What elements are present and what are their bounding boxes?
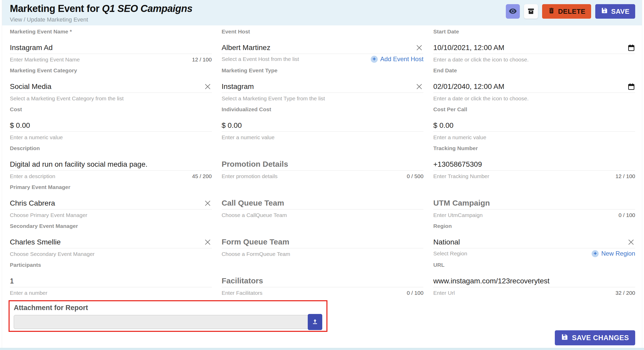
- attachment-file-input[interactable]: [14, 315, 308, 329]
- marketing-event-card: Marketing Event for Q1 SEO Campaigns Vie…: [2, 0, 642, 348]
- field-underline: [222, 54, 424, 54]
- trash-icon: [548, 7, 555, 16]
- field-helper: Select a Marketing Event Type from the l…: [222, 95, 325, 102]
- field-underline: [222, 248, 424, 248]
- field-helper: Select a Marketing Event Category from t…: [10, 95, 124, 102]
- field-marketing-event-name: Marketing Event Name * Instagram Ad Ente…: [10, 25, 212, 64]
- field-end-date: End Date 02/01/2040, 12:00 AM Enter a da…: [433, 64, 635, 103]
- field-label: Start Date: [433, 29, 459, 35]
- promotion-details-input[interactable]: Promotion Details: [222, 160, 288, 169]
- field-helper: Enter Facilitators: [222, 290, 263, 296]
- field-underline: [433, 248, 635, 248]
- individualized-cost-input[interactable]: $ 0.00: [222, 121, 424, 130]
- eye-icon: [509, 7, 517, 16]
- cost-per-call-input[interactable]: $ 0.00: [433, 121, 635, 130]
- field-event-host: Event Host Albert Martinez Select a Even…: [222, 25, 424, 64]
- field-underline: [10, 54, 212, 54]
- secondary-event-manager-input[interactable]: Charles Smellie: [10, 238, 204, 246]
- tracking-number-input[interactable]: +13058675309: [433, 160, 635, 169]
- field-underline: [433, 170, 635, 171]
- page-subtitle: View / Update Marketing Event: [10, 16, 192, 23]
- marketing-event-type-input[interactable]: Instagram: [222, 82, 415, 91]
- field-label: URL: [433, 262, 444, 268]
- add-event-host-label: Add Event Host: [380, 55, 424, 63]
- start-date-input[interactable]: 10/10/2021, 12:00 AM: [433, 44, 627, 52]
- field-helper: Enter a date or click the icon to choose…: [433, 57, 529, 63]
- char-counter: 0 / 100: [407, 290, 423, 296]
- field-underline: [10, 209, 212, 209]
- field-label: Event Host: [222, 29, 250, 35]
- field-underline: [222, 287, 424, 287]
- page-title-prefix: Marketing Event for: [10, 3, 102, 14]
- new-region-link[interactable]: +New Region: [592, 250, 635, 257]
- field-marketing-event-type: Marketing Event Type Instagram Select a …: [222, 64, 424, 103]
- description-input[interactable]: Digital ad run on facility social media …: [10, 160, 212, 169]
- url-input[interactable]: www.instagam.com/123recoverytest: [433, 277, 635, 285]
- call-queue-team-input[interactable]: Call Queue Team: [222, 199, 284, 207]
- field-helper: Enter Url: [433, 290, 455, 296]
- field-underline: [222, 209, 424, 209]
- add-event-host-link[interactable]: +Add Event Host: [371, 55, 424, 63]
- field-facilitators: Facilitators Enter Facilitators 0 / 100: [222, 259, 424, 298]
- facilitators-input[interactable]: Facilitators: [222, 276, 263, 285]
- field-underline: [222, 131, 424, 132]
- end-date-input[interactable]: 02/01/2040, 12:00 AM: [433, 82, 627, 91]
- header-actions: DELETE SAVE: [506, 3, 635, 19]
- field-primary-event-manager: Primary Event Manager Chris Cabrera Choo…: [10, 181, 212, 220]
- field-call-queue-team: Call Queue Team Choose a CallQueue Team: [222, 181, 424, 220]
- field-helper: Enter a numeric value: [10, 134, 63, 141]
- clear-icon[interactable]: [204, 238, 212, 246]
- participants-input[interactable]: 1: [10, 277, 212, 285]
- field-underline: [433, 287, 635, 287]
- page-title-event-name: Q1 SEO Campaigns: [102, 3, 192, 14]
- marketing-event-category-input[interactable]: Social Media: [10, 82, 204, 91]
- field-helper: Enter a description: [10, 173, 55, 179]
- field-label: Cost: [10, 106, 22, 113]
- marketing-event-name-input[interactable]: Instagram Ad: [10, 44, 212, 52]
- field-marketing-event-category: Marketing Event Category Social Media Se…: [10, 64, 212, 103]
- char-counter: 32 / 200: [615, 290, 635, 296]
- field-description: Description Digital ad run on facility s…: [10, 142, 212, 181]
- field-label: Tracking Number: [433, 145, 478, 151]
- primary-event-manager-input[interactable]: Chris Cabrera: [10, 199, 204, 207]
- clear-icon[interactable]: [415, 44, 423, 52]
- clear-icon[interactable]: [415, 82, 423, 91]
- attachment-label: Attachment for Report: [14, 304, 322, 312]
- page-title: Marketing Event for Q1 SEO Campaigns: [10, 3, 192, 14]
- save-button[interactable]: SAVE: [595, 4, 635, 19]
- calendar-icon[interactable]: [627, 44, 635, 52]
- char-counter: 0 / 500: [407, 173, 423, 179]
- field-label: Primary Event Manager: [10, 184, 70, 190]
- save-changes-label: SAVE CHANGES: [572, 334, 629, 342]
- archive-button[interactable]: [524, 4, 538, 19]
- field-label: Marketing Event Name *: [10, 29, 72, 35]
- clear-icon[interactable]: [204, 82, 212, 91]
- field-helper: Enter UtmCampaign: [433, 212, 482, 218]
- field-helper: Enter a numeric value: [433, 134, 486, 141]
- event-host-input[interactable]: Albert Martinez: [222, 44, 415, 52]
- upload-icon: [312, 318, 318, 326]
- preview-button[interactable]: [506, 4, 520, 19]
- save-changes-button[interactable]: SAVE CHANGES: [555, 330, 635, 345]
- page-header: Marketing Event for Q1 SEO Campaigns Vie…: [2, 0, 642, 25]
- calendar-icon[interactable]: [627, 82, 635, 91]
- region-input[interactable]: National: [433, 238, 627, 246]
- plus-circle-icon: +: [592, 250, 599, 257]
- field-label: Description: [10, 145, 40, 151]
- upload-button[interactable]: [308, 314, 322, 330]
- save-icon: [601, 7, 608, 16]
- field-underline: [433, 93, 635, 93]
- field-label: Participants: [10, 262, 41, 268]
- cost-input[interactable]: $ 0.00: [10, 121, 212, 130]
- form-queue-team-input[interactable]: Form Queue Team: [222, 237, 289, 246]
- clear-icon[interactable]: [204, 199, 212, 207]
- field-underline: [10, 287, 212, 287]
- delete-button[interactable]: DELETE: [542, 4, 591, 19]
- field-underline: [222, 93, 424, 93]
- utm-campaign-input[interactable]: UTM Campaign: [433, 199, 490, 207]
- field-label: End Date: [433, 67, 457, 74]
- field-underline: [10, 131, 212, 132]
- clear-icon[interactable]: [627, 238, 635, 246]
- field-helper: Enter Marketing Event Name: [10, 57, 80, 63]
- char-counter: 0 / 100: [619, 212, 635, 218]
